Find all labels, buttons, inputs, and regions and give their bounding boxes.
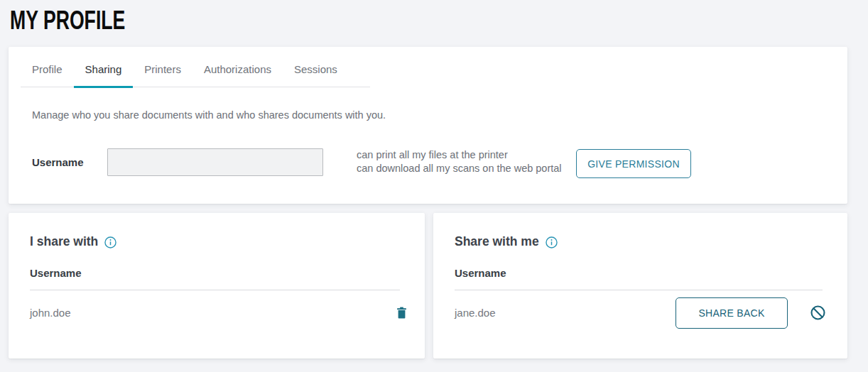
i-share-with-title: I share with: [30, 234, 116, 249]
shared-username: john.doe: [30, 307, 71, 319]
permission-description: can print all my files at the printer ca…: [357, 148, 562, 175]
delete-share-button[interactable]: [396, 307, 407, 319]
tab-sessions[interactable]: Sessions: [283, 63, 349, 88]
profile-tabbar: Profile Sharing Printers Authorizations …: [21, 47, 370, 87]
table-row: jane.doe SHARE BACK: [455, 290, 826, 335]
revoke-share-button[interactable]: [810, 305, 826, 321]
tab-profile[interactable]: Profile: [21, 63, 74, 88]
i-share-with-title-text: I share with: [30, 234, 98, 249]
share-with-me-panel: Share with me Username jane.doe SHARE BA…: [433, 213, 847, 359]
trash-icon: [396, 307, 407, 319]
share-with-me-title-text: Share with me: [455, 234, 539, 249]
profile-card: Profile Sharing Printers Authorizations …: [9, 47, 847, 204]
block-icon: [810, 305, 826, 321]
username-label: Username: [32, 156, 84, 168]
sharing-description: Manage who you share documents with and …: [32, 109, 386, 121]
permission-line-print: can print all my files at the printer: [357, 148, 562, 162]
permission-line-download: can download all my scans on the web por…: [357, 162, 562, 175]
tab-printers[interactable]: Printers: [133, 63, 192, 88]
shared-username: jane.doe: [455, 307, 496, 319]
page-title: MY PROFILE: [10, 6, 125, 35]
username-column-header: Username: [30, 267, 82, 279]
give-permission-button[interactable]: GIVE PERMISSION: [576, 149, 691, 178]
tab-sharing[interactable]: Sharing: [74, 63, 134, 88]
share-back-button[interactable]: SHARE BACK: [676, 297, 788, 329]
tab-authorizations[interactable]: Authorizations: [192, 63, 283, 88]
info-icon[interactable]: [546, 236, 558, 248]
share-with-me-title: Share with me: [455, 234, 558, 249]
username-input[interactable]: [107, 148, 323, 176]
username-column-header: Username: [455, 267, 506, 279]
info-icon[interactable]: [104, 236, 116, 248]
i-share-with-panel: I share with Username john.doe: [9, 213, 425, 359]
table-row: john.doe: [30, 290, 407, 335]
